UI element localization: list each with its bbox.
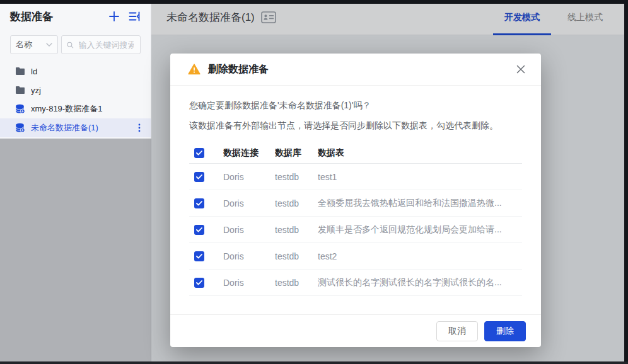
table-row: Doristestdb发顺丰是否多个返回规范化规划局会更加给请...: [189, 217, 522, 243]
row-checkbox[interactable]: [194, 172, 204, 182]
sidebar-item[interactable]: xmy-819-数据准备1: [0, 100, 151, 118]
sidebar-item-label: yzj: [31, 86, 144, 95]
chevron-down-icon: [46, 43, 52, 47]
dialog-header: 删除数据准备: [170, 54, 541, 86]
dialog-footer: 取消 删除: [170, 314, 541, 347]
database-icon: [15, 123, 25, 133]
cell-connection: Doris: [223, 198, 275, 208]
sidebar-item[interactable]: ld: [0, 62, 151, 81]
delete-confirm-dialog: 删除数据准备 您确定要删除数据准备'未命名数据准备(1)'吗？ 该数据准备有外部…: [170, 54, 541, 347]
select-all-checkbox[interactable]: [194, 148, 204, 158]
cell-database: testdb: [275, 278, 318, 288]
folder-icon: [15, 86, 25, 94]
window-edge-bottom: [0, 361, 628, 364]
filter-field-select[interactable]: 名称: [10, 35, 58, 54]
column-header-connection: 数据连接: [223, 147, 275, 159]
cell-table: 发顺丰是否多个返回规范化规划局会更加给请...: [318, 224, 522, 236]
filter-field-value: 名称: [16, 39, 32, 50]
database-icon: [15, 104, 25, 114]
confirm-question: 您确定要删除数据准备'未命名数据准备(1)'吗？: [189, 98, 522, 112]
sidebar-item-label: ld: [31, 67, 144, 76]
table-header-row: 数据连接 数据库 数据表: [189, 142, 522, 164]
window-edge-top: [0, 0, 628, 4]
table-row: Doristestdbtest2: [189, 243, 522, 270]
cell-connection: Doris: [223, 172, 275, 182]
cell-table: 全额委屈我去饿热帖返回和给和法国撒温热微...: [318, 198, 522, 209]
sidebar-item[interactable]: 未命名数据准备(1): [0, 118, 151, 137]
list-collapse-icon[interactable]: [129, 11, 141, 21]
column-header-table: 数据表: [318, 147, 522, 159]
table-rows: Doristestdbtest1Doristestdb全额委屈我去饿热帖返回和给…: [189, 164, 522, 296]
plus-icon[interactable]: [108, 11, 120, 22]
sidebar-items: ldyzjxmy-819-数据准备1未命名数据准备(1): [0, 62, 151, 137]
sidebar-item-label: 未命名数据准备(1): [31, 122, 129, 134]
dialog-title: 删除数据准备: [208, 63, 269, 76]
delete-description: 该数据准备有外部输出节点，请选择是否同步删除以下数据表，勾选代表删除。: [189, 118, 522, 132]
cell-table: test1: [318, 172, 522, 182]
app-root: 未命名数据准备(1) 开发模式 线上模式: [0, 0, 628, 364]
window-edge-right: [624, 0, 628, 364]
table-row: Doristestdb测试很长的名字测试很长的名字测试很长的名...: [189, 270, 522, 296]
sidebar-panel: 数据准备 名称: [0, 0, 151, 139]
cell-table: test2: [318, 251, 522, 261]
keyword-search-box: [61, 35, 141, 54]
cell-connection: Doris: [223, 278, 275, 288]
cell-table: 测试很长的名字测试很长的名字测试很长的名...: [318, 277, 522, 288]
close-icon[interactable]: [513, 62, 528, 77]
table-row: Doristestdb全额委屈我去饿热帖返回和给和法国撒温热微...: [189, 190, 522, 217]
keyword-search-input[interactable]: [78, 40, 135, 50]
sidebar-filter-row: 名称: [0, 35, 151, 54]
row-checkbox[interactable]: [194, 225, 204, 235]
dialog-body: 您确定要删除数据准备'未命名数据准备(1)'吗？ 该数据准备有外部输出节点，请选…: [170, 86, 541, 296]
cell-database: testdb: [275, 251, 318, 261]
cell-database: testdb: [275, 225, 318, 235]
sidebar-title: 数据准备: [10, 9, 100, 24]
sidebar-item[interactable]: yzj: [0, 81, 151, 100]
sidebar-header: 数据准备: [0, 0, 151, 33]
warning-icon: [188, 64, 201, 75]
row-checkbox[interactable]: [194, 198, 204, 208]
cell-database: testdb: [275, 172, 318, 182]
kebab-menu-icon[interactable]: [134, 123, 144, 132]
delete-button[interactable]: 删除: [484, 321, 526, 341]
table-row: Doristestdbtest1: [189, 164, 522, 190]
cell-database: testdb: [275, 198, 318, 208]
row-checkbox[interactable]: [194, 251, 204, 261]
cancel-button[interactable]: 取消: [436, 321, 478, 341]
cell-connection: Doris: [223, 251, 275, 261]
sidebar-item-label: xmy-819-数据准备1: [31, 103, 144, 115]
folder-icon: [15, 67, 25, 76]
search-icon: [67, 41, 74, 49]
column-header-database: 数据库: [275, 147, 318, 159]
row-checkbox[interactable]: [194, 278, 204, 288]
cell-connection: Doris: [223, 225, 275, 235]
output-tables: 数据连接 数据库 数据表 Doristestdbtest1Doristestdb…: [189, 142, 522, 296]
